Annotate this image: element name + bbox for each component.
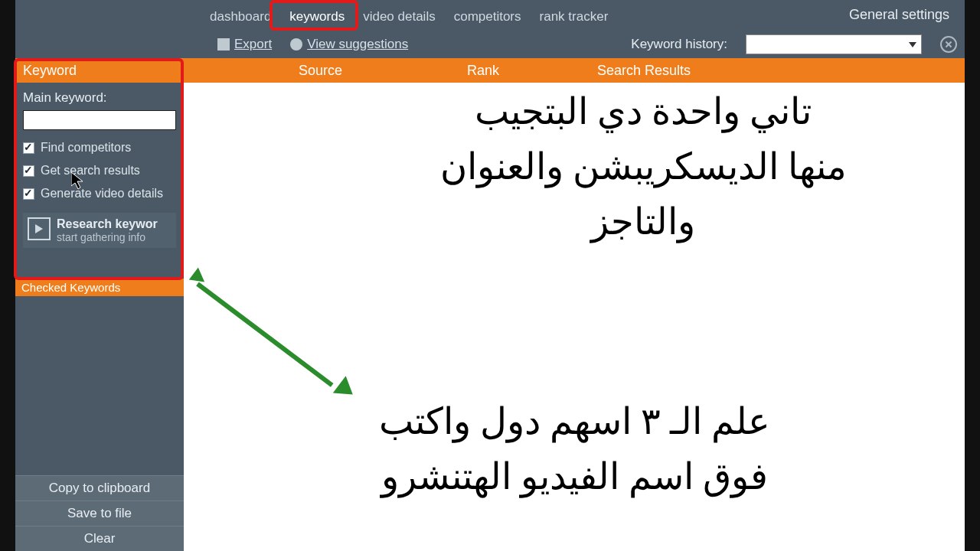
main-keyword-label: Main keyword:: [15, 83, 184, 110]
annotation-text-top: تاني واحدة دي البتجيبمنها الديسكريبشن وا…: [368, 84, 919, 249]
play-icon: [28, 217, 51, 240]
checkbox-icon: [23, 165, 34, 177]
check-generate-video-details[interactable]: Generate video details: [15, 182, 184, 205]
col-keyword: Keyword: [15, 63, 299, 79]
export-icon: [217, 38, 230, 51]
research-keywords-button[interactable]: Research keywor start gathering info: [23, 213, 176, 248]
main-keyword-input[interactable]: [23, 110, 176, 130]
checked-keywords-header: Checked Keywords: [15, 279, 184, 296]
suggestions-icon: [290, 38, 302, 51]
top-nav: dashboard keywords video details competi…: [15, 0, 965, 31]
check-label: Find competitors: [41, 141, 131, 155]
col-search-results: Search Results: [597, 63, 965, 79]
annotation-text-bottom: علم الـ ٣ اسهم دول واكتبفوق اسم الفيديو …: [329, 394, 819, 504]
save-to-file-button[interactable]: Save to file: [15, 500, 184, 526]
check-find-competitors[interactable]: Find competitors: [15, 136, 184, 159]
clear-button[interactable]: Clear: [15, 526, 184, 551]
arrow-icon: [198, 282, 366, 286]
copy-to-clipboard-button[interactable]: Copy to clipboard: [15, 475, 184, 500]
keyword-history-select[interactable]: [746, 34, 922, 54]
view-suggestions-label: View suggestions: [307, 37, 408, 52]
tab-competitors[interactable]: competitors: [445, 5, 531, 31]
tab-video-details[interactable]: video details: [354, 5, 445, 31]
sidebar: Main keyword: Find competitors Get searc…: [15, 83, 184, 551]
view-suggestions-link[interactable]: View suggestions: [290, 37, 408, 52]
checkbox-icon: [23, 188, 34, 200]
export-label: Export: [234, 37, 272, 52]
check-label: Generate video details: [41, 187, 163, 201]
checkbox-icon: [23, 142, 34, 154]
tab-keywords[interactable]: keywords: [280, 5, 354, 31]
research-title: Research keywor: [57, 217, 158, 231]
check-label: Get search results: [41, 164, 140, 178]
export-link[interactable]: Export: [217, 37, 272, 52]
keyword-history-label: Keyword history:: [631, 37, 727, 52]
tab-dashboard[interactable]: dashboard: [201, 5, 280, 31]
table-header: Keyword Source Rank Search Results: [15, 58, 965, 83]
general-settings-link[interactable]: General settings: [843, 2, 956, 31]
close-icon[interactable]: [940, 36, 957, 53]
toolbar: Export View suggestions Keyword history:: [15, 31, 965, 58]
col-rank: Rank: [467, 63, 597, 79]
col-source: Source: [299, 63, 467, 79]
tab-rank-tracker[interactable]: rank tracker: [531, 5, 618, 31]
research-subtitle: start gathering info: [57, 231, 158, 243]
check-get-search-results[interactable]: Get search results: [15, 159, 184, 182]
